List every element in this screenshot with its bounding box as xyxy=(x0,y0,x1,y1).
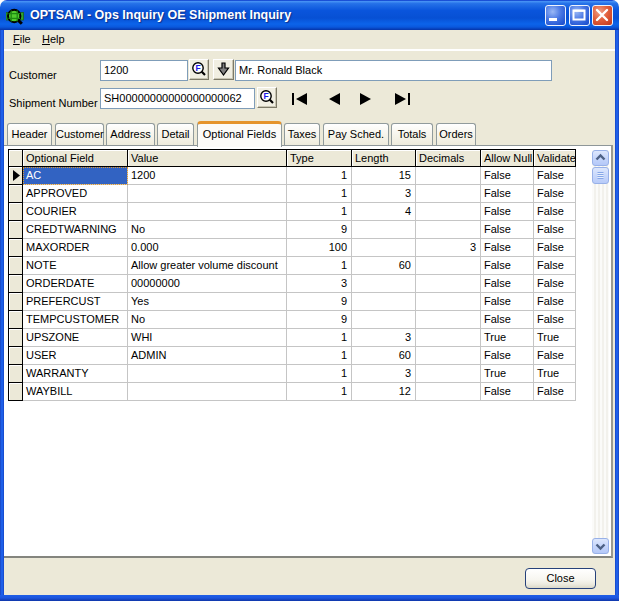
svg-text:F: F xyxy=(263,91,268,101)
svg-text:F: F xyxy=(195,63,200,73)
